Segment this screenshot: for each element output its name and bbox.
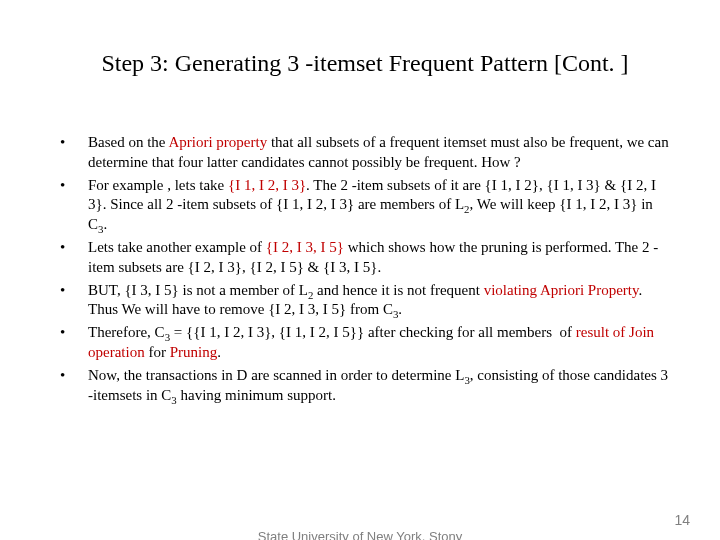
bullet-dot-icon: • — [60, 323, 88, 363]
bullet-dot-icon: • — [60, 133, 88, 173]
slide-title: Step 3: Generating 3 -itemset Frequent P… — [60, 50, 670, 77]
bullet-text: BUT, {I 3, I 5} is not a member of L2 an… — [88, 281, 670, 321]
bullet-dot-icon: • — [60, 238, 88, 278]
bullet-item: •BUT, {I 3, I 5} is not a member of L2 a… — [60, 281, 670, 321]
bullet-text: Based on the Apriori property that all s… — [88, 133, 670, 173]
footer-line1: State University of New York, Stony — [258, 530, 462, 540]
page-number: 14 — [674, 512, 690, 528]
bullet-dot-icon: • — [60, 281, 88, 321]
bullet-item: •Therefore, C3 = {{I 1, I 2, I 3}, {I 1,… — [60, 323, 670, 363]
bullet-item: •Based on the Apriori property that all … — [60, 133, 670, 173]
bullet-text: Lets take another example of {I 2, I 3, … — [88, 238, 670, 278]
footer-institution: State University of New York, Stony Broo… — [258, 530, 462, 540]
bullet-list: •Based on the Apriori property that all … — [60, 133, 670, 405]
bullet-text: Now, the transactions in D are scanned i… — [88, 366, 670, 406]
bullet-item: •For example , lets take {I 1, I 2, I 3}… — [60, 176, 670, 235]
bullet-text: Therefore, C3 = {{I 1, I 2, I 3}, {I 1, … — [88, 323, 670, 363]
bullet-item: •Now, the transactions in D are scanned … — [60, 366, 670, 406]
bullet-dot-icon: • — [60, 366, 88, 406]
bullet-dot-icon: • — [60, 176, 88, 235]
bullet-item: •Lets take another example of {I 2, I 3,… — [60, 238, 670, 278]
bullet-text: For example , lets take {I 1, I 2, I 3}.… — [88, 176, 670, 235]
